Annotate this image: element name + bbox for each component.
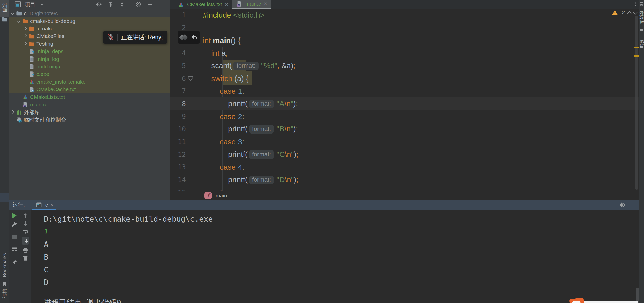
project-view-selector[interactable]: 项目 [14, 1, 44, 8]
chevron-right-icon[interactable] [22, 41, 28, 47]
breadcrumb: f main [170, 191, 639, 200]
code-line-2[interactable]: 2 [170, 21, 639, 34]
warning-stripe-mark[interactable] [634, 47, 639, 48]
stop-button[interactable] [12, 235, 17, 239]
pin-button[interactable] [12, 259, 17, 265]
layout-button[interactable] [12, 247, 17, 252]
code-line-8[interactable]: 8 printf(format:"A\n"); [170, 97, 639, 110]
code-line-5[interactable]: 5 scanf(format:"%d", &a); [170, 59, 639, 72]
tree-item-label: c [24, 10, 27, 16]
console-output[interactable]: D:\git\note\c\cmake-build-debug\c.exe1AB… [31, 210, 636, 303]
tree-item-build.ninja[interactable]: build.ninja [9, 63, 170, 70]
code-text: case 4: [203, 163, 244, 172]
code-line-9[interactable]: 9 case 2: [170, 110, 639, 123]
token: a [221, 49, 226, 57]
close-icon[interactable]: × [264, 0, 267, 7]
warning-stripe-mark[interactable] [634, 55, 639, 57]
chevron-spacer [22, 49, 28, 54]
editor-tab-main.c[interactable]: Cmain.c× [232, 0, 271, 9]
token: printf [228, 175, 245, 184]
line-number: 2 [170, 24, 186, 32]
mic-muted-icon[interactable] [107, 33, 114, 41]
code-line-11[interactable]: 11 case 3: [170, 135, 639, 148]
run-panel-header: 运行: c × [9, 200, 639, 210]
code-line-14[interactable]: 14 printf(format:"D\n"); [170, 173, 639, 186]
code-line-7[interactable]: 7 case 1: [170, 85, 639, 97]
code-text: case 2: [203, 112, 244, 121]
code-line-4[interactable]: 4 int a; [170, 47, 639, 59]
code-line-1[interactable]: 1#include <stdio.h> [170, 9, 639, 21]
code-line-15[interactable]: 15 } [170, 186, 639, 191]
run-tab-c[interactable]: c × [32, 200, 56, 210]
token: ; [296, 175, 298, 184]
close-icon[interactable]: × [225, 1, 228, 8]
inspections-widget[interactable]: 2 [611, 10, 637, 15]
tree-item-cmake_install.cmake[interactable]: cmake_install.cmake [9, 78, 170, 86]
hide-icon[interactable] [147, 2, 153, 7]
tree-item-cmakecache.txt[interactable]: CMakeCache.txt [9, 86, 170, 93]
stripe-button-structure[interactable]: 结构 [0, 284, 9, 303]
chevron-right-icon[interactable] [10, 109, 15, 115]
token: case [220, 163, 236, 171]
code-line-10[interactable]: 10 printf(format:"B\n"); [170, 123, 639, 135]
cmake-icon [29, 79, 34, 85]
editor-area: CMakeLists.txt×Cmain.c× 1#include <stdio… [170, 0, 639, 200]
close-icon[interactable]: × [50, 202, 53, 208]
stripe-button-run[interactable] [0, 193, 9, 202]
chevron-down-icon[interactable] [16, 18, 22, 24]
code-line-3[interactable]: 3int main() { [170, 34, 639, 47]
prev-problem-icon[interactable] [627, 11, 632, 15]
code-line-6[interactable]: 6 switch (a) { [170, 72, 639, 85]
code-text: printf(format:"C\n"); [203, 150, 298, 159]
expand-all-icon[interactable] [108, 2, 113, 7]
stripe-button-database[interactable]: 数据库 [635, 2, 644, 20]
token: 3 [238, 138, 242, 146]
chevron-down-icon [40, 4, 44, 5]
chevron-down-icon[interactable] [10, 11, 15, 16]
run-settings-gear-icon[interactable] [619, 202, 625, 208]
fold-collapse-icon[interactable] [188, 76, 193, 81]
trash-button[interactable] [23, 255, 28, 261]
softwrap-button[interactable] [23, 229, 28, 235]
down-button[interactable] [23, 221, 28, 226]
tree-item-cmakelists.txt[interactable]: CMakeLists.txt [9, 93, 170, 101]
token: : [242, 163, 244, 171]
code-text: } [203, 188, 222, 192]
scrollend-button[interactable] [22, 237, 29, 245]
up-button[interactable] [23, 213, 28, 218]
stripe-button-bookmarks[interactable]: Bookmarks [0, 250, 9, 287]
tree-item-x[interactable]: 外部库 [9, 108, 170, 116]
tree-item-main.c[interactable]: Cmain.c [9, 101, 170, 108]
code-line-13[interactable]: 13 case 4: [170, 161, 639, 173]
code-line-12[interactable]: 12 printf(format:"C\n"); [170, 148, 639, 161]
tree-item-c[interactable]: cD:\git\note\c [9, 10, 170, 17]
tree-item-label: cmake-build-debug [30, 18, 75, 24]
tree-item-x[interactable]: 临时文件和控制台 [9, 116, 170, 124]
chevron-spacer [22, 71, 28, 77]
code-editor[interactable]: 1#include <stdio.h>23int main() {4 int a… [170, 9, 639, 191]
editor-tab-cmakelists.txt[interactable]: CMakeLists.txt× [174, 0, 232, 9]
chevron-right-icon[interactable] [22, 26, 28, 31]
settings-icon[interactable] [135, 1, 141, 7]
chevron-right-icon[interactable] [22, 33, 28, 39]
stripe-button-project[interactable]: 项目 [0, 0, 9, 17]
token: "B [276, 125, 284, 133]
locate-icon[interactable] [96, 2, 102, 7]
rerun-button[interactable] [12, 213, 17, 218]
reply-arrow-icon [191, 34, 198, 41]
collapse-all-icon[interactable] [119, 2, 125, 7]
tree-item-.ninja_deps[interactable]: ?.ninja_deps [9, 48, 170, 55]
token: ( [245, 175, 248, 184]
voice-overlay-tools[interactable] [178, 31, 200, 44]
tree-item-.ninja_log[interactable]: .ninja_log [9, 55, 170, 63]
tree-item-cmake-build-debug[interactable]: cmake-build-debug [9, 17, 170, 25]
wrench-button[interactable] [12, 222, 17, 228]
tree-item-c.exe[interactable]: ?c.exe [9, 70, 170, 78]
hide-panel-icon[interactable] [631, 205, 635, 205]
token: ; [226, 49, 228, 57]
floating-share-bar[interactable] [581, 301, 638, 303]
stripe-button-bell[interactable]: 通知 [637, 28, 644, 47]
breadcrumb-item-main[interactable]: main [216, 193, 227, 199]
parameter-hint: format: [249, 125, 274, 134]
print-button[interactable] [23, 247, 28, 253]
